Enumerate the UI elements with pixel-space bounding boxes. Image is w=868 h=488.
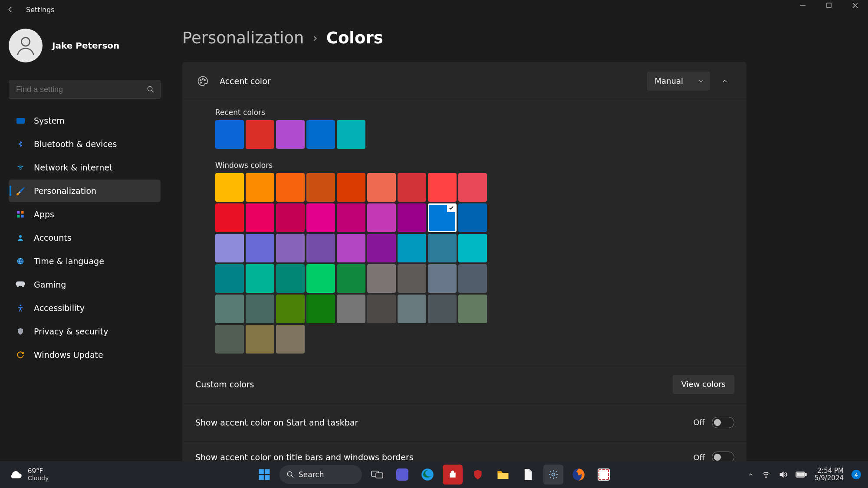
accent-start-taskbar-toggle[interactable] [712, 417, 734, 428]
sidebar-item-system[interactable]: System [9, 109, 161, 132]
windows-color-swatch[interactable] [215, 264, 244, 293]
sidebar-item-network-internet[interactable]: Network & internet [9, 156, 161, 179]
start-button[interactable] [254, 465, 274, 485]
windows-color-swatch[interactable] [215, 295, 244, 323]
settings-app-icon[interactable] [543, 465, 563, 485]
weather-widget[interactable]: 69°F Cloudy [9, 467, 49, 482]
windows-color-swatch[interactable] [428, 173, 457, 202]
recent-color-swatch[interactable] [337, 120, 365, 149]
sidebar-item-apps[interactable]: Apps [9, 203, 161, 226]
volume-icon[interactable] [778, 470, 788, 479]
windows-color-swatch[interactable] [276, 325, 305, 354]
windows-color-swatch[interactable] [215, 173, 244, 202]
gear-icon [548, 469, 559, 480]
notification-badge[interactable]: 4 [852, 470, 861, 479]
explorer-app-icon[interactable] [493, 465, 513, 485]
wifi-icon[interactable] [762, 470, 770, 479]
svg-point-23 [552, 473, 555, 476]
file-app-icon[interactable] [518, 465, 538, 485]
windows-color-swatch[interactable] [367, 173, 396, 202]
minimize-button[interactable] [790, 0, 816, 10]
windows-color-swatch[interactable] [458, 295, 487, 323]
tray-overflow-icon[interactable] [748, 472, 754, 478]
search-box[interactable] [9, 80, 161, 99]
sidebar-item-label: Windows Update [34, 350, 103, 360]
collapse-section-button[interactable] [715, 72, 734, 91]
windows-color-swatch[interactable] [215, 325, 244, 354]
windows-color-swatch[interactable] [276, 203, 305, 232]
windows-color-swatch[interactable] [306, 173, 335, 202]
edge-app-icon[interactable] [418, 465, 437, 485]
windows-color-swatch[interactable] [458, 234, 487, 262]
windows-color-swatch[interactable] [276, 295, 305, 323]
windows-color-swatch[interactable] [398, 203, 426, 232]
windows-color-swatch[interactable] [337, 295, 365, 323]
sidebar-item-accounts[interactable]: Accounts [9, 226, 161, 249]
search-input[interactable] [9, 85, 141, 94]
windows-color-swatch[interactable] [337, 264, 365, 293]
sidebar-item-windows-update[interactable]: Windows Update [9, 344, 161, 366]
sidebar-item-accessibility[interactable]: Accessibility [9, 297, 161, 319]
sidebar-item-time-language[interactable]: Time & language [9, 250, 161, 272]
chat-app-icon[interactable] [392, 465, 412, 485]
security-app-icon[interactable] [468, 465, 488, 485]
windows-color-swatch[interactable] [458, 173, 487, 202]
back-button[interactable] [0, 0, 21, 19]
recent-color-swatch[interactable] [246, 120, 274, 149]
task-view-button[interactable] [367, 465, 387, 485]
snipping-app-icon[interactable] [594, 465, 614, 485]
windows-color-swatch[interactable] [246, 234, 274, 262]
windows-color-swatch[interactable] [215, 203, 244, 232]
windows-color-swatch[interactable] [246, 173, 274, 202]
sidebar-item-label: Network & internet [34, 163, 112, 172]
windows-color-swatch[interactable] [367, 295, 396, 323]
windows-color-swatch[interactable] [458, 264, 487, 293]
taskbar-search[interactable]: Search [279, 465, 362, 484]
windows-color-swatch[interactable] [367, 234, 396, 262]
windows-color-swatch[interactable] [367, 264, 396, 293]
windows-color-swatch[interactable] [337, 173, 365, 202]
user-block[interactable]: Jake Peterson [9, 29, 161, 62]
sidebar-item-personalization[interactable]: 🖌️Personalization [9, 180, 161, 202]
windows-color-swatch[interactable] [428, 295, 457, 323]
windows-color-swatch[interactable] [306, 234, 335, 262]
windows-color-swatch[interactable] [428, 234, 457, 262]
windows-color-swatch[interactable] [306, 295, 335, 323]
recent-color-swatch[interactable] [276, 120, 305, 149]
windows-color-swatch[interactable] [276, 264, 305, 293]
windows-color-swatch[interactable] [337, 234, 365, 262]
windows-color-swatch[interactable] [428, 203, 457, 232]
recent-color-swatch[interactable] [306, 120, 335, 149]
store-app-icon[interactable] [443, 465, 463, 485]
windows-color-swatch[interactable] [367, 203, 396, 232]
firefox-app-icon[interactable] [569, 465, 589, 485]
windows-color-swatch[interactable] [215, 234, 244, 262]
windows-color-swatch[interactable] [276, 234, 305, 262]
windows-color-swatch[interactable] [306, 203, 335, 232]
accent-mode-dropdown[interactable]: Manual [647, 72, 710, 91]
windows-color-swatch[interactable] [428, 264, 457, 293]
windows-color-swatch[interactable] [276, 173, 305, 202]
windows-color-swatch[interactable] [398, 173, 426, 202]
windows-color-swatch[interactable] [246, 203, 274, 232]
windows-color-swatch[interactable] [306, 264, 335, 293]
windows-color-swatch[interactable] [246, 264, 274, 293]
windows-color-swatch[interactable] [458, 203, 487, 232]
sidebar-item-gaming[interactable]: Gaming [9, 273, 161, 296]
maximize-button[interactable] [816, 0, 842, 10]
windows-color-swatch[interactable] [246, 295, 274, 323]
breadcrumb-parent[interactable]: Personalization [182, 29, 304, 47]
windows-color-swatch[interactable] [337, 203, 365, 232]
battery-icon[interactable] [796, 471, 807, 478]
sidebar-item-privacy-security[interactable]: Privacy & security [9, 320, 161, 343]
close-button[interactable] [842, 0, 868, 10]
windows-color-swatch[interactable] [398, 234, 426, 262]
sidebar-item-bluetooth-devices[interactable]: Bluetooth & devices [9, 133, 161, 155]
windows-color-swatch[interactable] [398, 295, 426, 323]
view-colors-button[interactable]: View colors [673, 375, 734, 394]
clock[interactable]: 2:54 PM 5/9/2024 [815, 467, 844, 482]
paint-icon: 🖌️ [16, 186, 25, 196]
windows-color-swatch[interactable] [246, 325, 274, 354]
recent-color-swatch[interactable] [215, 120, 244, 149]
windows-color-swatch[interactable] [398, 264, 426, 293]
